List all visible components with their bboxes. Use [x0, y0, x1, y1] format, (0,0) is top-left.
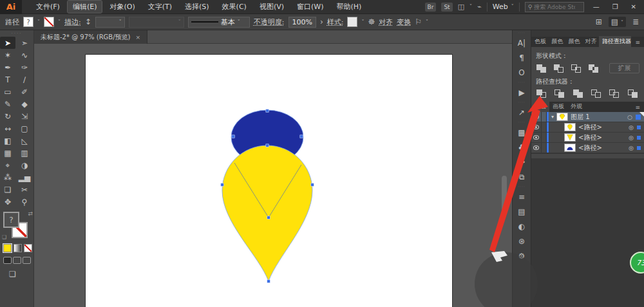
stroke-stepper[interactable]: ↕ — [85, 17, 91, 26]
menu-window[interactable]: 窗口(W) — [292, 1, 328, 13]
draw-behind-button[interactable] — [13, 257, 21, 264]
app-logo[interactable]: Ai — [0, 0, 22, 14]
isolate-icon[interactable]: ⚐ — [415, 17, 422, 26]
tool-paintbrush[interactable]: ✐ — [17, 86, 32, 98]
menu-type[interactable]: 文字(T) — [143, 1, 177, 13]
tool-column-graph[interactable]: ▂▅ — [17, 171, 32, 183]
share-icon[interactable]: ⌁ — [477, 3, 482, 11]
selection-indicator[interactable] — [637, 136, 641, 140]
lock-toggle[interactable] — [542, 143, 547, 153]
tool-blend[interactable]: ◑ — [17, 159, 32, 171]
fill-swatch[interactable]: ? — [23, 17, 33, 27]
align-button[interactable]: 对齐 — [379, 17, 393, 27]
tab-appearance[interactable]: 外观 — [567, 101, 585, 112]
dock-grip[interactable]: ···· — [518, 80, 526, 85]
symbols-panel-icon[interactable]: ⊛ — [513, 234, 531, 248]
tool-symbol-sprayer[interactable]: ⁂ — [0, 171, 15, 183]
tab-color[interactable]: 颜色 — [548, 36, 565, 47]
tool-curvature[interactable]: ✑ — [17, 61, 32, 73]
chevron-down-icon[interactable]: ˅ — [58, 19, 61, 25]
dock-grip[interactable]: ···· — [518, 100, 526, 105]
transparency-panel-icon[interactable]: ◐ — [513, 219, 531, 234]
transform-panel-icon[interactable]: ▩ — [513, 125, 531, 140]
path-row[interactable]: <路径> ◎ — [531, 143, 644, 153]
chevron-down-icon[interactable]: ˅ — [426, 19, 428, 25]
profile-dropdown[interactable]: Web ˅ — [493, 3, 514, 11]
expand-chevron-icon[interactable]: ▾ — [549, 114, 556, 120]
stock-button[interactable]: St — [441, 3, 452, 12]
tool-mesh[interactable]: ▦ — [0, 147, 15, 159]
dock-grip[interactable]: ···· — [518, 184, 526, 189]
menu-object[interactable]: 对象(O) — [104, 1, 140, 13]
tool-line-segment[interactable]: ∕ — [17, 73, 32, 86]
tab-pathfinder[interactable]: 路径查找器 — [599, 36, 632, 47]
search-input[interactable] — [534, 4, 575, 10]
visibility-toggle[interactable] — [531, 122, 542, 132]
stroke-swatch[interactable] — [44, 17, 54, 27]
tool-hand[interactable]: ✥ — [0, 196, 15, 208]
path-row[interactable]: <路径> ◎ — [531, 122, 644, 133]
path-thumbnail[interactable] — [564, 144, 576, 152]
path-name[interactable]: <路径> — [578, 144, 627, 153]
canvas-area[interactable] — [34, 44, 512, 307]
document-tab[interactable]: 未标题-2* @ 97% (RGB/预览) × — [34, 30, 147, 44]
color-button[interactable] — [3, 244, 12, 252]
appearance-panel-icon[interactable]: ⚙ — [513, 248, 531, 263]
none-button[interactable] — [24, 244, 32, 252]
tab-close-icon[interactable]: × — [135, 34, 140, 41]
style-label[interactable]: 样式: — [327, 17, 344, 27]
layer-name[interactable]: 图层 1 — [571, 113, 625, 122]
exclude-button[interactable] — [588, 64, 600, 73]
gradient-panel-icon[interactable]: ▤ — [513, 204, 531, 219]
expand-button[interactable]: 扩展 — [609, 63, 639, 73]
opacity-label[interactable]: 不透明度: — [254, 17, 285, 27]
tool-pencil[interactable]: ✎ — [0, 98, 15, 110]
visibility-toggle[interactable] — [531, 143, 542, 153]
brushes-panel-icon[interactable]: ♣ — [513, 140, 531, 154]
vertical-scrollbar[interactable] — [502, 176, 507, 214]
tool-rectangle[interactable]: ▭ — [0, 86, 15, 98]
screen-mode-button[interactable]: ❏ — [9, 270, 33, 279]
chevron-down-icon[interactable]: ˅ — [361, 19, 364, 25]
tab-artboards[interactable]: 画板 — [549, 101, 567, 112]
artwork[interactable] — [34, 44, 512, 307]
menu-file[interactable]: 文件(F) — [31, 1, 65, 13]
lock-toggle[interactable] — [542, 133, 547, 142]
restore-button[interactable]: ❐ — [609, 3, 622, 10]
lock-toggle[interactable] — [542, 112, 547, 122]
selection-indicator[interactable] — [637, 146, 641, 150]
character-panel-icon[interactable]: A| — [513, 35, 531, 50]
stroke-panel-icon[interactable]: ≡ — [513, 189, 531, 204]
minus-back-button[interactable] — [627, 89, 639, 98]
arrange-documents-icon[interactable]: ⊞ — [596, 17, 602, 26]
draw-inside-button[interactable] — [23, 257, 31, 264]
tool-zoom[interactable]: ⚲ — [17, 196, 32, 208]
recolor-artwork-icon[interactable]: ☸ — [368, 17, 375, 26]
selection-indicator[interactable] — [637, 126, 641, 129]
visibility-toggle[interactable] — [531, 112, 542, 122]
toolbar-grip[interactable]: ···· — [0, 30, 33, 37]
unite-button[interactable] — [536, 64, 547, 73]
stroke-weight-dropdown[interactable]: ˅ — [95, 17, 125, 28]
tool-shape-builder[interactable]: ◧ — [0, 135, 15, 147]
chevron-down-icon[interactable]: ˅ — [37, 19, 40, 25]
pathfinder-panel-icon[interactable]: ⧉ — [513, 169, 531, 184]
tool-rotate[interactable]: ↻ — [0, 110, 15, 122]
path-thumbnail[interactable] — [564, 123, 576, 131]
tool-width[interactable]: ↔ — [0, 122, 15, 135]
outline-button[interactable] — [609, 89, 621, 98]
divide-button[interactable] — [536, 89, 548, 98]
tool-free-transform[interactable]: ▢ — [17, 122, 32, 135]
swatches-panel-icon[interactable]: ✤ — [513, 154, 531, 169]
brush-dropdown[interactable]: 基本 ˅ — [188, 17, 250, 28]
tool-magic-wand[interactable]: ✶ — [0, 49, 15, 61]
menu-help[interactable]: 帮助(H) — [331, 1, 366, 13]
transform-button[interactable]: 变换 — [397, 17, 411, 27]
path-thumbnail[interactable] — [564, 133, 576, 142]
merge-button[interactable] — [573, 89, 585, 98]
opentype-panel-icon[interactable]: O — [513, 65, 531, 80]
tool-gradient[interactable]: ▥ — [17, 147, 32, 159]
flyout-icon[interactable]: › — [320, 17, 323, 26]
visibility-toggle[interactable] — [531, 133, 542, 142]
minimize-button[interactable]: — — [589, 3, 603, 10]
